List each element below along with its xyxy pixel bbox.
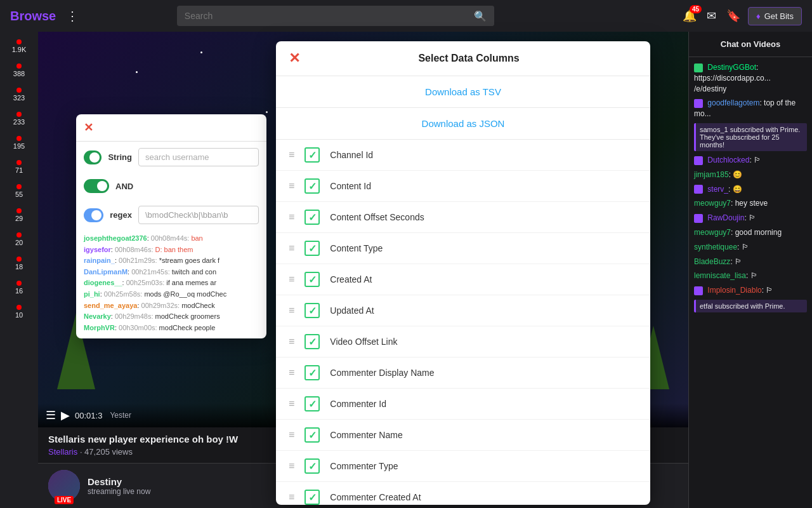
live-dot-0 <box>16 39 22 44</box>
download-tsv-button[interactable]: Download as TSV <box>276 76 650 108</box>
chat-text-meow2: : good morning <box>731 228 782 237</box>
live-dot-10 <box>16 281 22 286</box>
string-toggle[interactable] <box>84 150 102 164</box>
chat-user-destinyggbot: DestinyGGBot <box>707 63 756 72</box>
streamer-avatar[interactable]: LIVE <box>48 470 80 502</box>
get-bits-button[interactable]: ♦ Get Bits <box>748 7 802 25</box>
live-badge: LIVE <box>55 496 74 504</box>
filter-msg-7: Nevarky: 00h29m48s: modCheck groomers <box>84 311 259 323</box>
col-checkbox-7[interactable]: ✓ <box>304 365 320 380</box>
live-dot-2 <box>16 88 22 93</box>
sidebar-item-7[interactable]: 29 <box>0 206 38 225</box>
sidebar-item-3[interactable]: 233 <box>0 109 38 128</box>
col-checkbox-11[interactable]: ✓ <box>304 490 320 505</box>
drag-handle-6[interactable]: ≡ <box>289 336 294 347</box>
drag-handle-0[interactable]: ≡ <box>289 149 294 161</box>
sidebar-item-2[interactable]: 323 <box>0 85 38 104</box>
col-label-9: Commenter Name <box>330 430 638 440</box>
column-row-9: ≡ ✓ Commenter Name <box>276 420 650 451</box>
col-label-10: Commenter Type <box>330 461 638 471</box>
column-row-3: ≡ ✓ Content Type <box>276 233 650 264</box>
col-label-6: Video Offset Link <box>330 337 638 347</box>
chat-user-rawdoujin: RawDoujin <box>707 213 744 222</box>
drag-handle-5[interactable]: ≡ <box>289 305 294 316</box>
chat-msg-11: Implosin_Diablo: 🏳 <box>694 285 807 296</box>
drag-handle-10[interactable]: ≡ <box>289 460 294 472</box>
checkmark-icon-5: ✓ <box>308 305 317 317</box>
col-checkbox-10[interactable]: ✓ <box>304 458 320 474</box>
sidebar-item-4[interactable]: 195 <box>0 133 38 152</box>
column-row-1: ≡ ✓ Content Id <box>276 171 650 202</box>
live-dot-8 <box>16 232 22 237</box>
regex-toggle[interactable] <box>84 208 103 222</box>
stream-game[interactable]: Stellaris <box>48 447 77 457</box>
drag-handle-4[interactable]: ≡ <box>289 274 294 285</box>
drag-handle-11[interactable]: ≡ <box>289 491 294 503</box>
sidebar-item-0[interactable]: 1.9K <box>0 37 38 56</box>
search-button[interactable]: 🔍 <box>466 6 494 26</box>
drag-handle-9[interactable]: ≡ <box>289 429 294 441</box>
sidebar-item-8[interactable]: 20 <box>0 230 38 249</box>
playlist-button[interactable]: ☰ <box>46 408 56 422</box>
filter-close-button[interactable]: ✕ <box>84 121 93 135</box>
more-menu-button[interactable]: ⋮ <box>66 8 79 23</box>
drag-handle-8[interactable]: ≡ <box>289 398 294 410</box>
column-rows: ≡ ✓ Channel Id ≡ ✓ Content Id ≡ ✓ Conten… <box>276 140 650 505</box>
checkmark-icon-9: ✓ <box>308 429 317 441</box>
drag-handle-3[interactable]: ≡ <box>289 243 294 254</box>
col-checkbox-5[interactable]: ✓ <box>304 303 320 318</box>
col-checkbox-0[interactable]: ✓ <box>304 147 320 163</box>
drag-handle-7[interactable]: ≡ <box>289 367 294 378</box>
sidebar-item-1[interactable]: 388 <box>0 61 38 80</box>
notifications-button[interactable]: 🔔 45 <box>680 6 699 25</box>
chat-msg-9: BladeBuzz: 🏳 <box>694 257 807 267</box>
string-label: String <box>108 152 132 162</box>
col-label-1: Content Id <box>330 181 638 191</box>
col-checkbox-8[interactable]: ✓ <box>304 396 320 411</box>
sidebar-item-6[interactable]: 55 <box>0 182 38 201</box>
filter-msg-5: pi_hi: 00h25m58s: mods @Ro__oq modChec <box>84 289 259 300</box>
toggle-knob-and <box>97 181 107 191</box>
col-checkbox-2[interactable]: ✓ <box>304 210 320 225</box>
viewer-count-9: 18 <box>15 263 23 271</box>
username-search-input[interactable] <box>138 148 259 166</box>
streamer-info: Destiny streaming live now <box>88 476 150 496</box>
live-dot-1 <box>16 64 22 69</box>
col-checkbox-6[interactable]: ✓ <box>304 334 320 349</box>
filter-modal-header: ✕ <box>76 114 266 142</box>
col-checkbox-4[interactable]: ✓ <box>304 272 320 287</box>
viewer-count-1: 388 <box>13 70 25 77</box>
streamer-status: streaming live now <box>88 487 150 496</box>
search-input[interactable] <box>177 6 466 26</box>
drag-handle-1[interactable]: ≡ <box>289 180 294 192</box>
and-toggle[interactable] <box>84 179 109 193</box>
col-checkbox-9[interactable]: ✓ <box>304 427 320 443</box>
streamer-name: Destiny <box>88 476 150 487</box>
viewer-count-3: 233 <box>13 118 25 126</box>
chat-user-meowguy7a: meowguy7 <box>694 199 731 208</box>
column-row-7: ≡ ✓ Commenter Display Name <box>276 358 650 389</box>
mail-button[interactable]: ✉ <box>704 6 719 25</box>
sidebar-item-9[interactable]: 18 <box>0 254 38 273</box>
sidebar-item-5[interactable]: 71 <box>0 157 38 177</box>
right-panel: Chat on Videos DestinyGGBot: https://dis… <box>688 32 812 508</box>
checkmark-icon-0: ✓ <box>308 149 317 161</box>
col-checkbox-1[interactable]: ✓ <box>304 178 320 194</box>
select-modal-body: Download as TSV Download as JSON ≡ ✓ Cha… <box>276 76 650 505</box>
regex-input[interactable] <box>138 206 259 224</box>
filter-msg-1: igysefor: 00h08m46s: D: ban them <box>84 244 259 256</box>
col-checkbox-3[interactable]: ✓ <box>304 241 320 256</box>
play-button[interactable]: ▶ <box>61 408 70 422</box>
toggle-knob-regex <box>91 210 102 220</box>
sidebar-item-11[interactable]: 10 <box>0 302 38 321</box>
filter-modal: ✕ String AND regex josephthegoat2376: 00… <box>76 114 266 338</box>
chat-msg-5: meowguy7: hey steve <box>694 198 807 209</box>
chat-user-bladebuzz: BladeBuzz <box>694 257 730 266</box>
download-json-button[interactable]: Download as JSON <box>276 108 650 139</box>
bookmark-button[interactable]: 🔖 <box>724 6 743 25</box>
select-close-button[interactable]: ✕ <box>289 51 300 65</box>
sidebar-item-10[interactable]: 16 <box>0 278 38 297</box>
drag-handle-2[interactable]: ≡ <box>289 211 294 223</box>
checkmark-icon-11: ✓ <box>308 491 317 504</box>
chat-text-dutch: : 🏳 <box>749 156 761 164</box>
